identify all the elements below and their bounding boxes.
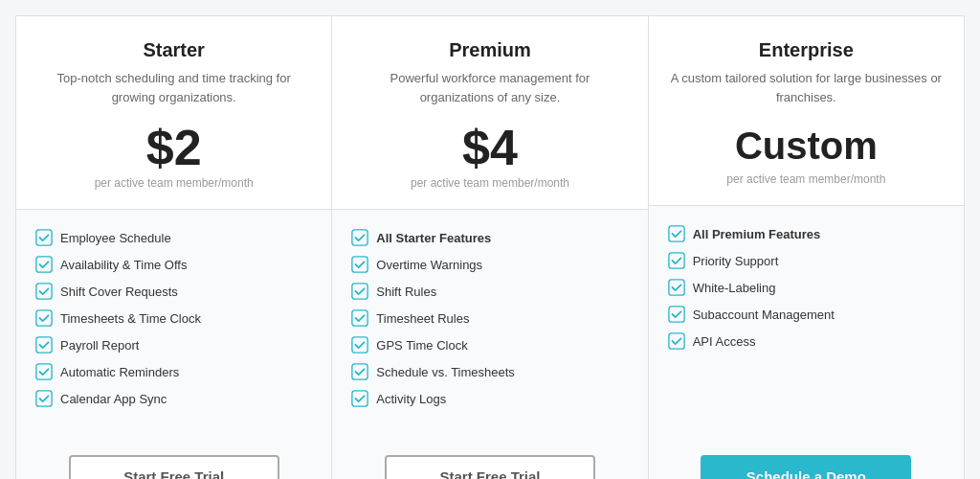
feature-text-enterprise-3: Subaccount Management: [693, 308, 835, 322]
check-icon-premium-1: [351, 256, 368, 273]
feature-text-premium-5: Schedule vs. Timesheets: [376, 365, 515, 379]
feature-text-enterprise-4: API Access: [693, 334, 756, 349]
plan-name-premium: Premium: [351, 39, 628, 61]
check-icon-starter-4: [35, 336, 53, 354]
plan-card-starter: Starter Top-notch scheduling and time tr…: [15, 15, 331, 479]
cta-button-premium[interactable]: Start Free Trial: [385, 455, 595, 479]
feature-item-premium-0: All Starter Features: [351, 229, 628, 246]
plan-price-enterprise: Custom: [668, 123, 945, 169]
feature-text-enterprise-2: White-Labeling: [693, 281, 776, 295]
feature-text-starter-5: Automatic Reminders: [60, 365, 179, 379]
feature-text-starter-3: Timesheets & Time Clock: [60, 311, 201, 326]
plan-footer-premium: Start Free Trial: [332, 436, 647, 479]
plan-name-enterprise: Enterprise: [668, 39, 945, 61]
feature-item-enterprise-4: API Access: [668, 332, 945, 350]
svg-rect-9: [352, 284, 368, 299]
svg-rect-10: [352, 310, 368, 326]
feature-text-premium-3: Timesheet Rules: [376, 311, 469, 326]
plan-price-period-premium: per active team member/month: [351, 176, 628, 190]
feature-item-enterprise-0: All Premium Features: [668, 225, 945, 242]
check-icon-enterprise-0: [668, 225, 685, 242]
feature-item-starter-3: Timesheets & Time Clock: [35, 309, 312, 327]
feature-text-premium-2: Shift Rules: [376, 285, 436, 299]
svg-rect-7: [352, 230, 368, 245]
cta-button-enterprise[interactable]: Schedule a Demo: [701, 455, 911, 479]
plan-description-starter: Top-notch scheduling and time tracking f…: [35, 69, 312, 107]
svg-rect-18: [669, 333, 684, 349]
plan-footer-starter: Start Free Trial: [16, 436, 331, 479]
check-icon-enterprise-4: [668, 332, 685, 350]
check-icon-enterprise-1: [668, 252, 685, 269]
svg-rect-0: [36, 230, 52, 245]
feature-item-starter-1: Availability & Time Offs: [35, 256, 312, 273]
plan-footer-enterprise: Schedule a Demo: [649, 436, 964, 479]
svg-rect-1: [36, 257, 52, 272]
svg-rect-4: [36, 337, 52, 353]
check-icon-enterprise-2: [668, 279, 685, 296]
svg-rect-8: [352, 257, 368, 272]
svg-rect-17: [669, 307, 684, 322]
plan-header-premium: Premium Powerful workforce management fo…: [332, 16, 647, 210]
svg-rect-5: [36, 364, 52, 379]
feature-text-premium-0: All Starter Features: [376, 231, 491, 245]
check-icon-premium-3: [351, 309, 368, 327]
svg-rect-12: [352, 364, 368, 379]
plan-price-period-enterprise: per active team member/month: [668, 172, 945, 186]
plan-price-period-starter: per active team member/month: [35, 176, 312, 190]
feature-item-enterprise-1: Priority Support: [668, 252, 945, 269]
check-icon-premium-2: [351, 283, 368, 300]
plan-features-premium: All Starter Features Overtime Warnings: [332, 210, 647, 436]
feature-text-starter-0: Employee Schedule: [60, 231, 171, 245]
plan-price-premium: $4: [351, 123, 628, 172]
plan-card-enterprise: Enterprise A custom tailored solution fo…: [648, 15, 965, 479]
check-icon-enterprise-3: [668, 306, 685, 323]
svg-rect-3: [36, 310, 52, 326]
feature-item-starter-4: Payroll Report: [35, 336, 312, 354]
plan-features-enterprise: All Premium Features Priority Support: [649, 206, 964, 436]
feature-text-starter-1: Availability & Time Offs: [60, 258, 187, 272]
plan-header-starter: Starter Top-notch scheduling and time tr…: [16, 16, 331, 210]
check-icon-starter-5: [35, 363, 53, 380]
check-icon-premium-4: [351, 336, 368, 354]
feature-item-premium-2: Shift Rules: [351, 283, 628, 300]
plan-header-enterprise: Enterprise A custom tailored solution fo…: [649, 16, 964, 206]
feature-text-premium-1: Overtime Warnings: [376, 258, 482, 272]
check-icon-starter-2: [35, 283, 53, 300]
plan-features-starter: Employee Schedule Availability & Time Of…: [16, 210, 331, 436]
svg-rect-11: [352, 337, 368, 353]
check-icon-premium-0: [351, 229, 368, 246]
feature-item-premium-1: Overtime Warnings: [351, 256, 628, 273]
feature-item-enterprise-2: White-Labeling: [668, 279, 945, 296]
feature-item-premium-5: Schedule vs. Timesheets: [351, 363, 628, 380]
plan-name-starter: Starter: [35, 39, 312, 61]
pricing-container: Starter Top-notch scheduling and time tr…: [15, 15, 965, 479]
feature-text-premium-4: GPS Time Clock: [376, 338, 467, 353]
check-icon-starter-3: [35, 309, 53, 327]
cta-button-starter[interactable]: Start Free Trial: [69, 455, 279, 479]
svg-rect-13: [352, 391, 368, 406]
plan-description-premium: Powerful workforce management for organi…: [351, 69, 628, 107]
feature-item-starter-2: Shift Cover Requests: [35, 283, 312, 300]
check-icon-starter-1: [35, 256, 53, 273]
svg-rect-15: [669, 253, 684, 268]
svg-rect-16: [669, 280, 684, 295]
feature-text-premium-6: Activity Logs: [376, 392, 446, 406]
feature-text-starter-4: Payroll Report: [60, 338, 139, 353]
check-icon-premium-6: [351, 390, 368, 407]
check-icon-starter-6: [35, 390, 53, 407]
feature-item-enterprise-3: Subaccount Management: [668, 306, 945, 323]
feature-item-starter-0: Employee Schedule: [35, 229, 312, 246]
feature-item-starter-6: Calendar App Sync: [35, 390, 312, 407]
feature-text-starter-6: Calendar App Sync: [60, 392, 167, 406]
svg-rect-6: [36, 391, 52, 406]
feature-text-starter-2: Shift Cover Requests: [60, 285, 178, 299]
svg-rect-14: [669, 226, 684, 241]
feature-item-premium-6: Activity Logs: [351, 390, 628, 407]
feature-item-premium-4: GPS Time Clock: [351, 336, 628, 354]
feature-text-enterprise-0: All Premium Features: [693, 227, 821, 241]
plan-description-enterprise: A custom tailored solution for large bus…: [668, 69, 945, 107]
plan-price-starter: $2: [35, 123, 312, 172]
feature-item-starter-5: Automatic Reminders: [35, 363, 312, 380]
check-icon-premium-5: [351, 363, 368, 380]
feature-text-enterprise-1: Priority Support: [693, 254, 779, 268]
